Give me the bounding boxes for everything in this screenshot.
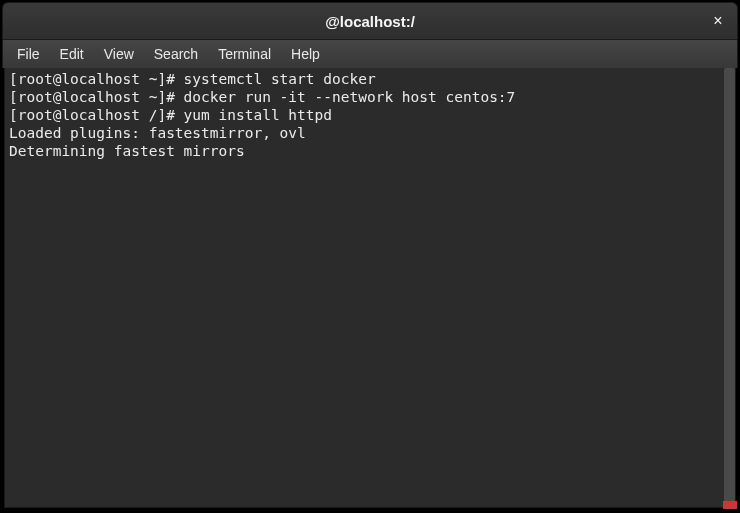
- menu-view[interactable]: View: [94, 42, 144, 66]
- close-button[interactable]: ×: [709, 12, 727, 30]
- scrollbar-thumb[interactable]: [724, 68, 735, 507]
- close-icon: ×: [713, 12, 722, 30]
- terminal-line: [root@localhost ~]# systemctl start dock…: [9, 70, 731, 88]
- menu-edit[interactable]: Edit: [50, 42, 94, 66]
- terminal-line: [root@localhost /]# yum install httpd: [9, 106, 731, 124]
- window-titlebar: @localhost:/ ×: [2, 2, 738, 40]
- menu-file[interactable]: File: [7, 42, 50, 66]
- menu-search[interactable]: Search: [144, 42, 208, 66]
- window-title: @localhost:/: [3, 13, 737, 30]
- terminal-viewport[interactable]: [root@localhost ~]# systemctl start dock…: [4, 68, 736, 508]
- terminal-line: Determining fastest mirrors: [9, 142, 731, 160]
- menu-terminal[interactable]: Terminal: [208, 42, 281, 66]
- resize-handle[interactable]: [723, 501, 737, 509]
- terminal-line: [root@localhost ~]# docker run -it --net…: [9, 88, 731, 106]
- scrollbar-track: [724, 68, 735, 507]
- terminal-line: Loaded plugins: fastestmirror, ovl: [9, 124, 731, 142]
- menu-help[interactable]: Help: [281, 42, 330, 66]
- menubar: File Edit View Search Terminal Help: [2, 40, 738, 68]
